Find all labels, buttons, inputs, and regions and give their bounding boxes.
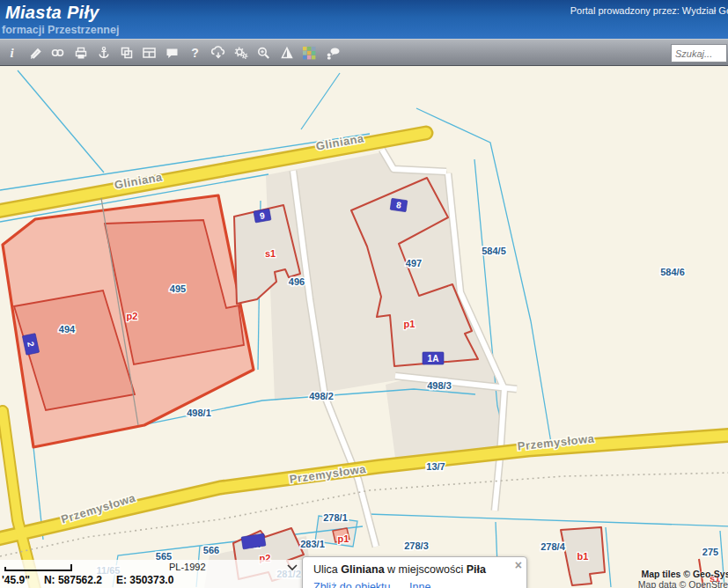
print-icon[interactable]	[73, 45, 88, 61]
address-badge[interactable]: 8	[390, 198, 408, 211]
app-window: Miasta Piły formacji Przestrzennej Porta…	[0, 0, 728, 588]
parcel-label: 494	[59, 324, 76, 334]
search-input[interactable]	[671, 44, 727, 62]
parcel-label: 278/3	[404, 540, 429, 551]
toolbar-icons: i ?	[4, 42, 340, 63]
parcel-label: 498/3	[427, 380, 452, 391]
popup-title: Ulica Gliniana w miejscowości Piła	[313, 563, 518, 576]
crs-selector[interactable]: PL-1992	[169, 562, 206, 572]
popup-links: Zbliż do obiektu Inne	[313, 581, 518, 588]
zoom-search-icon[interactable]	[256, 45, 271, 61]
parcel-label: 498/1	[187, 408, 211, 418]
parcel-label: 497	[406, 258, 422, 268]
coord-east: E: 350373.0	[116, 574, 173, 586]
search-result-popup[interactable]: × Ulica Gliniana w miejscowości Piła Zbl…	[302, 556, 527, 588]
page-title: Miasta Piły	[5, 3, 99, 23]
link-icon[interactable]	[50, 45, 65, 61]
copy-frames-icon[interactable]	[119, 45, 134, 61]
coord-north: N: 587562.2	[44, 574, 102, 586]
header-bar: Miasta Piły formacji Przestrzennej Porta…	[0, 0, 728, 39]
coord-fragment: '45.9"	[2, 574, 30, 586]
map-viewport[interactable]: GlinianaGlinianaPrzemysłowaPrzemysłowaPr…	[0, 66, 728, 588]
attribution-data: Map data © OpenStree	[638, 579, 728, 588]
popup-street: Gliniana	[341, 563, 384, 576]
page-subtitle: formacji Przestrzennej	[2, 24, 119, 36]
parcel-label: 496	[289, 276, 305, 287]
parcel-label: 498/2	[309, 391, 334, 401]
toolbar: i ?	[0, 39, 728, 66]
comment-icon[interactable]	[165, 45, 180, 61]
scale-bar	[4, 562, 76, 572]
anchor-icon[interactable]	[96, 45, 111, 61]
parcel-label: 278/4	[540, 541, 565, 552]
parcel-label: 13/7	[426, 461, 445, 472]
portal-note: Portal prowadzony przez: Wydział Go	[570, 5, 728, 16]
chevron-down-icon[interactable]	[286, 563, 298, 571]
coordinates-readout: '45.9"N: 587562.2E: 350373.0	[2, 574, 188, 586]
other-link[interactable]: Inne	[409, 581, 430, 588]
building-label: p1	[404, 319, 415, 329]
parcel-label: 278/1	[323, 512, 348, 523]
building-label: p1	[338, 533, 349, 544]
popup-city: Piła	[467, 563, 486, 576]
measure-icon[interactable]	[27, 45, 42, 61]
parcel-label: 275	[702, 547, 718, 557]
layout-panels-icon[interactable]	[142, 45, 157, 61]
parcel-label: 283/1	[300, 539, 325, 549]
attribution-tiles: Map tiles © Geo-Syst	[638, 569, 728, 579]
close-icon[interactable]: ×	[515, 558, 522, 572]
address-badge[interactable]: 1A	[423, 352, 444, 364]
address-badge[interactable]: 9	[254, 209, 271, 223]
parcel-label: 495	[170, 283, 186, 294]
map-attribution: Map tiles © Geo-Syst Map data © OpenStre…	[638, 569, 728, 588]
building-label: b1	[577, 551, 589, 562]
status-bar: PL-1992 '45.9"N: 587562.2E: 350373.0	[0, 560, 342, 588]
building-label: p2	[127, 311, 138, 321]
zoom-to-object-link[interactable]: Zbliż do obiektu	[313, 581, 391, 588]
parcel-label: 584/5	[482, 246, 506, 256]
feedback-icon[interactable]	[325, 45, 340, 61]
building-label: s1	[265, 248, 276, 259]
map-canvas[interactable]: GlinianaGlinianaPrzemysłowaPrzemysłowaPr…	[0, 66, 728, 588]
settings-icon[interactable]	[233, 45, 248, 61]
help-icon[interactable]: ?	[188, 45, 202, 61]
parcel-label: 566	[203, 545, 219, 555]
address-badge-text: 1A	[428, 354, 439, 364]
info-icon[interactable]: i	[4, 45, 19, 61]
legend-grid-icon[interactable]	[302, 45, 317, 61]
parcel-label: 584/6	[660, 267, 685, 277]
cloud-download-icon[interactable]	[210, 45, 225, 61]
layers-3d-icon[interactable]	[279, 45, 294, 61]
